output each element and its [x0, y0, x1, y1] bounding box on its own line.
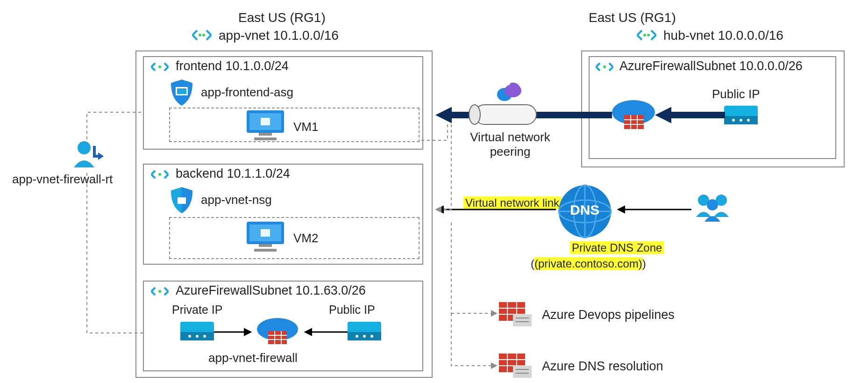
hub-vnet-label: hub-vnet 10.0.0.0/16	[663, 28, 783, 43]
public-ip-label-left: Public IP	[329, 303, 375, 317]
svg-point-0	[199, 34, 201, 36]
svg-rect-6	[177, 88, 186, 94]
svg-rect-80	[513, 366, 532, 378]
vm-icon	[245, 220, 286, 253]
svg-point-27	[356, 335, 358, 338]
app-firewall-label: app-vnet-firewall	[208, 351, 298, 365]
dns-circle-text: DNS	[570, 202, 599, 218]
vm1-label: VM1	[293, 120, 318, 134]
svg-point-1	[202, 34, 205, 36]
svg-rect-18	[261, 229, 270, 237]
svg-point-3	[647, 34, 650, 36]
svg-rect-16	[259, 244, 272, 247]
service-brick-icon	[499, 302, 536, 327]
public-ip-label-right: Public IP	[712, 87, 760, 101]
backend-label: backend 10.1.1.0/24	[176, 166, 290, 181]
firewall-icon	[610, 98, 657, 132]
users-icon	[691, 191, 733, 224]
shield-icon	[169, 79, 194, 107]
svg-point-2	[643, 34, 646, 36]
ip-icon	[348, 322, 381, 341]
vnet-icon	[191, 27, 213, 43]
svg-rect-72	[513, 314, 532, 326]
svg-point-19	[158, 290, 161, 293]
firewall-icon	[255, 315, 300, 347]
ip-icon	[724, 106, 758, 125]
vm-icon	[245, 108, 286, 141]
private-dns-zone-label: Private DNS Zone	[570, 241, 617, 254]
nsg-label: app-vnet-nsg	[201, 193, 272, 207]
subnet-icon	[149, 284, 170, 298]
shield-icon	[169, 186, 194, 214]
svg-rect-9	[259, 133, 272, 136]
svg-point-38	[603, 65, 606, 68]
subnet-icon	[594, 60, 615, 74]
svg-point-53	[469, 105, 480, 124]
svg-rect-10	[254, 137, 277, 140]
dns-res-label: Azure DNS resolution	[542, 359, 663, 374]
svg-rect-11	[261, 118, 270, 125]
hub-fw-subnet-label: AzureFirewallSubnet 10.0.0.0/26	[619, 59, 803, 73]
service-brick-icon	[499, 354, 536, 379]
subnet-icon	[149, 167, 170, 181]
subnet-icon	[149, 60, 170, 74]
region-label-right: East US (RG1)	[589, 10, 676, 25]
svg-rect-13	[178, 197, 186, 204]
frontend-label: frontend 10.1.0.0/24	[176, 59, 289, 73]
devops-label: Azure Devops pipelines	[542, 308, 675, 322]
svg-point-64	[707, 199, 718, 210]
app-vnet-label: app-vnet 10.1.0.0/16	[219, 28, 339, 43]
svg-point-22	[188, 335, 191, 338]
vm2-label: VM2	[293, 231, 318, 246]
app-fw-subnet-label: AzureFirewallSubnet 10.1.63.0/26	[176, 283, 366, 298]
svg-point-24	[203, 335, 206, 338]
diagram-canvas: East US (RG1) East US (RG1) app-vnet 10.…	[0, 0, 868, 383]
svg-rect-31	[268, 331, 287, 344]
vnet-icon	[635, 27, 658, 43]
private-ip-label: Private IP	[172, 303, 222, 317]
svg-rect-45	[624, 115, 644, 129]
ip-icon	[180, 322, 214, 341]
globe-icon	[496, 82, 523, 103]
svg-point-23	[196, 335, 199, 338]
asg-label: app-frontend-asg	[201, 85, 293, 100]
svg-point-43	[747, 119, 750, 122]
svg-point-41	[732, 119, 735, 122]
svg-point-29	[370, 335, 373, 338]
peering-icon	[468, 102, 543, 127]
private-dns-domain-label: ((private.contoso.com))	[531, 257, 646, 270]
svg-point-4	[158, 65, 161, 68]
region-label-left: East US (RG1)	[238, 10, 326, 25]
svg-point-28	[363, 335, 366, 338]
svg-rect-52	[475, 105, 536, 124]
svg-point-42	[740, 119, 742, 122]
svg-point-12	[158, 173, 161, 176]
svg-rect-17	[254, 249, 277, 252]
